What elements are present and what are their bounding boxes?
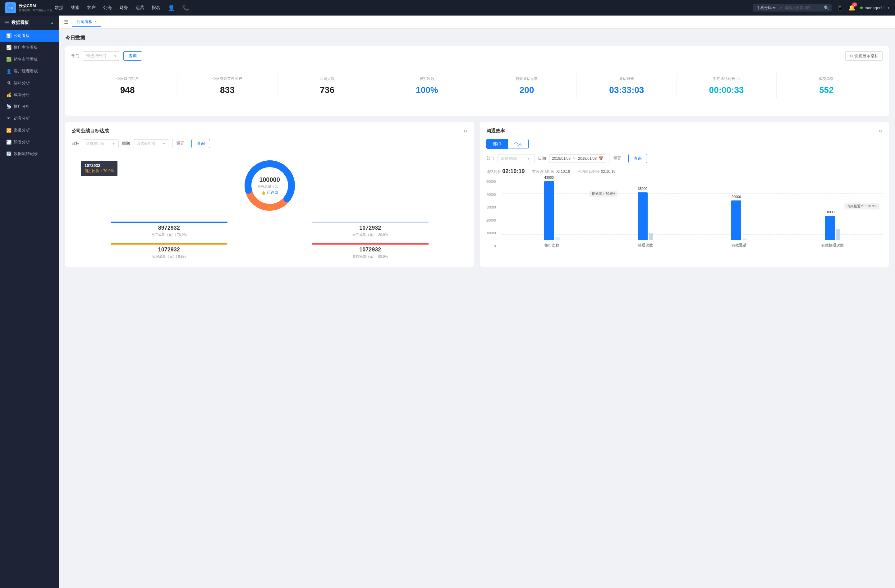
bar-effective-light <box>742 238 747 240</box>
comm-tab-dept[interactable]: 部门 <box>486 139 507 149</box>
visitor-icon: 👁 <box>6 116 11 121</box>
account-manager-icon: 👤 <box>6 69 11 74</box>
sidebar: ☰ 数据看板 ▲ 📊 公司看板 📈 推广主管看板 💹 销售主管看板 👤 客户经理… <box>0 15 59 588</box>
nav-data[interactable]: 数据 <box>55 4 64 12</box>
incomplete-value: 1072932 <box>273 225 468 231</box>
comm-tabs: 部门 个人 <box>486 139 883 149</box>
search-input[interactable] <box>785 6 822 10</box>
bar-group-connect-bars: 35000 <box>638 172 653 240</box>
stat-revisit: 回访人数 736 <box>278 73 377 98</box>
goal-panel-title: 公司业绩目标达成 <box>71 128 109 134</box>
comm-dept-select[interactable]: 请选择部门 ▼ <box>498 154 535 163</box>
comm-tab-personal[interactable]: 个人 <box>507 139 529 149</box>
sidebar-item-funnel[interactable]: ⚗ 漏斗分析 <box>0 77 59 89</box>
donut-number: 100000 <box>258 176 282 183</box>
goal-select[interactable]: 请选择目标 ▼ <box>83 139 119 148</box>
sidebar-item-promo[interactable]: 📡 推广分析 <box>0 101 59 112</box>
bar-effective-label: 29000 <box>731 195 741 199</box>
y-label-50000: 50000 <box>486 180 496 183</box>
sidebar-item-sales[interactable]: 📉 销售分析 <box>0 136 59 148</box>
comm-date-label: 日期 <box>538 156 546 161</box>
y-label-20000: 20000 <box>486 218 496 222</box>
sidebar-item-sales-manager[interactable]: 💹 销售主管看板 <box>0 53 59 65</box>
connect-rate-label: 接通率：70.9% <box>589 191 617 197</box>
goal-query-button[interactable]: 查询 <box>191 139 210 148</box>
stat-label: 今日有效首咨客户 <box>180 76 275 82</box>
tab-close-icon[interactable]: ✕ <box>94 20 97 23</box>
avg-duration-info-icon[interactable]: ⓘ <box>737 76 740 81</box>
stat-effective-calls: 有效通话次数 200 <box>477 73 577 98</box>
tab-company-board[interactable]: 公司看板 ✕ <box>72 17 101 27</box>
donut-achievement: 👍 已达成 <box>258 190 282 195</box>
sidebar-item-visitor[interactable]: 👁 访客分析 <box>0 112 59 124</box>
calendar-icon[interactable]: 📅 <box>599 156 603 161</box>
y-label-10000: 10000 <box>486 231 496 235</box>
sidebar-item-channel[interactable]: 🔀 渠道分析 <box>0 124 59 136</box>
sidebar-item-promo-manager[interactable]: 📈 推广主管看板 <box>0 42 59 53</box>
promo-manager-icon: 📈 <box>6 45 11 50</box>
sidebar-item-company-board[interactable]: 📊 公司看板 <box>0 30 59 42</box>
sidebar-collapse-icon[interactable]: ▲ <box>50 21 54 25</box>
sidebar-item-label: 访客分析 <box>14 116 30 121</box>
stat-label: 回访人数 <box>280 76 375 82</box>
exceeded-bar <box>312 243 429 245</box>
bottom-panels: 公司业绩目标达成 ⟳ 目标 请选择目标 ▼ 周期 请选择周期 ▼ <box>65 122 889 267</box>
tablet-icon[interactable]: 📱 <box>837 5 843 11</box>
sidebar-header: ☰ 数据看板 ▲ <box>0 15 59 30</box>
dept-select[interactable]: 请选择部门 ▼ <box>83 51 120 61</box>
achieved-label: 已达成 <box>267 190 278 195</box>
sidebar-item-label: 客户经理看板 <box>14 68 38 74</box>
today-query-button[interactable]: 查询 <box>123 51 142 61</box>
notification-wrap[interactable]: 🔔 5 <box>848 5 855 11</box>
search-type-select[interactable]: 手机号码 <box>755 5 777 10</box>
exceeded-value: 1072932 <box>273 247 468 253</box>
stat-value: 00:00:33 <box>679 85 774 95</box>
search-icon[interactable]: 🔍 <box>824 5 829 10</box>
stat-label: 有效通话次数 <box>479 76 574 82</box>
summary-completed: 8972932 已完成量（元）| 70.9% <box>71 221 267 237</box>
goal-panel: 公司业绩目标达成 ⟳ 目标 请选择目标 ▼ 周期 请选择周期 ▼ <box>65 122 474 267</box>
nav-leads[interactable]: 线索 <box>71 4 80 12</box>
y-label-30000: 30000 <box>486 205 496 209</box>
should-complete-value: 1072932 <box>71 247 267 253</box>
bar-group-effective-label: 有效通话 <box>731 243 746 248</box>
goal-arrow: ▼ <box>112 142 115 145</box>
today-section: 今日数据 部门 请选择部门 ▼ 查询 ⚙ 设 <box>65 35 889 116</box>
search-divider: ▼ <box>778 5 783 10</box>
bar-dial-light <box>555 237 560 240</box>
nav-customers[interactable]: 客户 <box>87 4 96 12</box>
bar-effective-blue: 29000 <box>731 200 741 240</box>
sidebar-item-cost[interactable]: 💰 成本分析 <box>0 89 59 101</box>
dept-select-arrow: ▼ <box>114 55 117 58</box>
stat-first-consult: 今日首咨客户 948 <box>78 73 177 98</box>
comm-date-range[interactable]: 2018/01/08 至 2018/01/08 📅 <box>549 155 606 163</box>
promo-icon: 📡 <box>6 104 11 109</box>
comm-refresh-icon[interactable]: ⟳ <box>879 129 883 133</box>
hamburger-icon[interactable]: ☰ <box>64 19 68 25</box>
goal-refresh-icon[interactable]: ⟳ <box>464 129 468 133</box>
comm-reset-button[interactable]: 重置 <box>609 154 625 163</box>
nav-person-icon[interactable]: 👤 <box>168 3 174 12</box>
bar-group-connect: 接通率：70.9% 35000 接通次数 <box>602 172 689 248</box>
period-select[interactable]: 请选择周期 ▼ <box>133 139 169 148</box>
sidebar-item-account-manager[interactable]: 👤 客户经理看板 <box>0 65 59 77</box>
nav-public-sea[interactable]: 公海 <box>103 4 112 12</box>
nav-finance[interactable]: 财务 <box>119 4 128 12</box>
sidebar-item-data-flow[interactable]: 🔄 数据流转记录 <box>0 148 59 160</box>
nav-phone-icon[interactable]: 📞 <box>182 3 189 12</box>
goal-reset-button[interactable]: 重置 <box>172 139 188 148</box>
user-info[interactable]: manager11 ▼ <box>860 6 890 10</box>
bar-connect-blue: 35000 <box>638 192 648 240</box>
comm-query-button[interactable]: 查询 <box>628 154 647 163</box>
nav-operations[interactable]: 运营 <box>135 4 144 12</box>
goal-panel-header: 公司业绩目标达成 ⟳ <box>71 128 468 134</box>
settings-display-button[interactable]: ⚙ 设置显示指标 <box>845 51 883 61</box>
bar-connect-light <box>649 233 653 240</box>
sidebar-toggle-icon[interactable]: ☰ <box>5 20 9 25</box>
nav-registration[interactable]: 报名 <box>152 4 160 12</box>
incomplete-bar <box>312 221 429 223</box>
comm-dept-label: 部门 <box>486 156 495 161</box>
donut-tooltip: 1072932 所占比例：70.9% <box>81 161 117 176</box>
goal-select-placeholder: 请选择目标 <box>86 141 105 146</box>
tab-bar: ☰ 公司看板 ✕ <box>59 15 895 29</box>
